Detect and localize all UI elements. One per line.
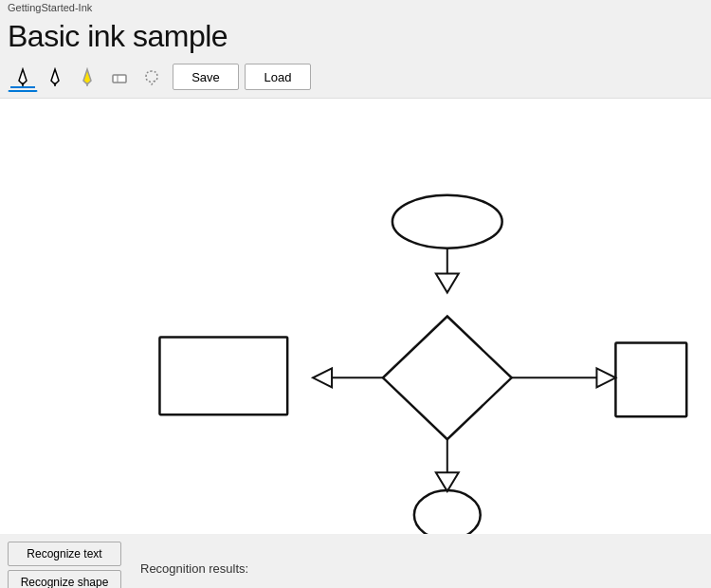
- recognize-text-button[interactable]: Recognize text: [8, 542, 121, 566]
- svg-marker-11: [383, 317, 512, 440]
- canvas-area[interactable]: [0, 98, 711, 534]
- title-bar: GettingStarted-Ink: [0, 0, 711, 15]
- svg-marker-16: [596, 368, 615, 387]
- save-button[interactable]: Save: [173, 64, 239, 90]
- svg-marker-19: [436, 472, 459, 491]
- pen-tool-2[interactable]: [40, 62, 70, 92]
- window-title: GettingStarted-Ink: [8, 2, 92, 13]
- svg-marker-4: [83, 69, 91, 84]
- recognize-shape-button[interactable]: Recognize shape: [8, 570, 121, 588]
- svg-rect-17: [615, 342, 686, 416]
- svg-point-8: [392, 195, 502, 248]
- eraser-tool[interactable]: [104, 62, 135, 92]
- bottom-section: Recognize text Recognize shape Recogniti…: [0, 534, 711, 588]
- toolbar: Save Load: [0, 60, 711, 98]
- svg-marker-10: [436, 274, 459, 293]
- load-button[interactable]: Load: [245, 64, 311, 90]
- svg-point-20: [414, 490, 481, 534]
- svg-rect-14: [159, 337, 287, 414]
- page-title: Basic ink sample: [0, 15, 711, 60]
- lasso-tool[interactable]: [137, 62, 167, 92]
- recognize-buttons: Recognize text Recognize shape: [8, 542, 121, 588]
- pen-tool-1[interactable]: [8, 62, 38, 92]
- svg-marker-0: [19, 69, 27, 84]
- svg-marker-13: [313, 368, 332, 387]
- recognition-results-label: Recognition results:: [133, 561, 248, 576]
- svg-rect-6: [113, 75, 126, 83]
- svg-marker-2: [51, 69, 59, 84]
- highlighter-tool[interactable]: [72, 62, 102, 92]
